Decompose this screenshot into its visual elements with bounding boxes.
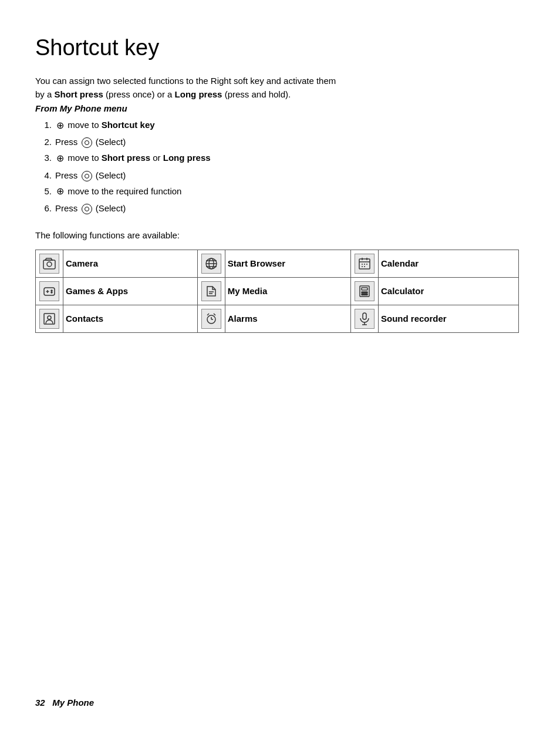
svg-line-37 xyxy=(214,314,215,315)
svg-rect-27 xyxy=(366,292,367,293)
svg-rect-25 xyxy=(362,292,363,293)
browser-label: Start Browser xyxy=(225,250,350,278)
svg-rect-38 xyxy=(363,313,366,319)
page-number: 32 xyxy=(35,698,45,708)
steps-list: 1. ⊕ move to Shortcut key 2. Press (Sele… xyxy=(35,117,519,216)
book-title: My Phone xyxy=(52,698,94,708)
step-5: 5. ⊕ move to the required function xyxy=(35,183,519,200)
contacts-label: Contacts xyxy=(63,305,198,333)
step-2: 2. Press (Select) xyxy=(35,134,519,150)
recorder-icon-cell xyxy=(350,305,378,333)
available-text: The following functions are available: xyxy=(35,230,519,240)
functions-table: Camera Start Browser xyxy=(35,250,519,333)
calculator-icon-cell xyxy=(350,278,378,305)
joystick-icon-1: ⊕ xyxy=(56,117,64,134)
media-icon-cell xyxy=(197,278,225,305)
games-label: Games & Apps xyxy=(63,278,198,305)
media-label: My Media xyxy=(225,278,350,305)
recorder-label: Sound recorder xyxy=(378,305,518,333)
svg-point-32 xyxy=(48,316,51,319)
svg-rect-30 xyxy=(366,294,367,295)
svg-rect-24 xyxy=(362,288,367,290)
svg-rect-26 xyxy=(363,292,365,293)
table-row: Camera Start Browser xyxy=(36,250,519,278)
joystick-icon-3: ⊕ xyxy=(56,150,64,167)
browser-icon-cell xyxy=(197,250,225,278)
calculator-label: Calculator xyxy=(378,278,518,305)
page-title: Shortcut key xyxy=(35,35,519,60)
svg-rect-28 xyxy=(362,294,363,295)
camera-icon-cell xyxy=(36,250,63,278)
svg-rect-16 xyxy=(44,288,55,295)
calendar-label: Calendar xyxy=(378,250,518,278)
alarms-icon-cell xyxy=(197,305,225,333)
svg-point-0 xyxy=(47,262,52,267)
step-3: 3. ⊕ move to Short press or Long press xyxy=(35,150,519,167)
footer: 32 My Phone xyxy=(35,698,94,708)
select-btn-6 xyxy=(82,204,92,214)
table-row: Contacts Alarms xyxy=(36,305,519,333)
select-btn-2 xyxy=(82,137,92,148)
svg-point-19 xyxy=(51,290,52,291)
select-btn-4 xyxy=(82,171,92,181)
svg-point-20 xyxy=(51,292,52,293)
svg-rect-29 xyxy=(363,294,365,295)
from-menu-label: From My Phone menu xyxy=(35,103,519,113)
step-4: 4. Press (Select) xyxy=(35,167,519,183)
svg-line-36 xyxy=(207,314,209,315)
joystick-icon-5: ⊕ xyxy=(56,183,64,200)
alarms-label: Alarms xyxy=(225,305,350,333)
camera-label: Camera xyxy=(63,250,198,278)
step-6: 6. Press (Select) xyxy=(35,200,519,216)
intro-paragraph: You can assign two selected functions to… xyxy=(35,75,519,101)
step-1: 1. ⊕ move to Shortcut key xyxy=(35,117,519,134)
games-icon-cell xyxy=(36,278,63,305)
table-row: Games & Apps My Media xyxy=(36,278,519,305)
calendar-icon-cell xyxy=(350,250,378,278)
contacts-icon-cell xyxy=(36,305,63,333)
